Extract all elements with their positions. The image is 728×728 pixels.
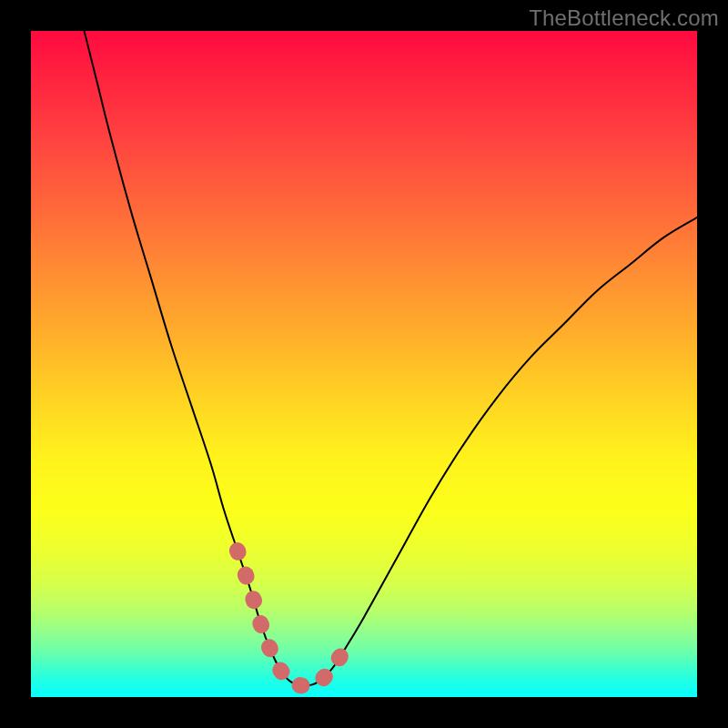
curve-layer	[31, 31, 697, 697]
watermark-text: TheBottleneck.com	[529, 5, 719, 31]
plot-area	[31, 31, 697, 697]
main-curve	[85, 31, 697, 686]
highlight-segment	[238, 551, 344, 686]
chart-frame: TheBottleneck.com	[0, 0, 728, 728]
